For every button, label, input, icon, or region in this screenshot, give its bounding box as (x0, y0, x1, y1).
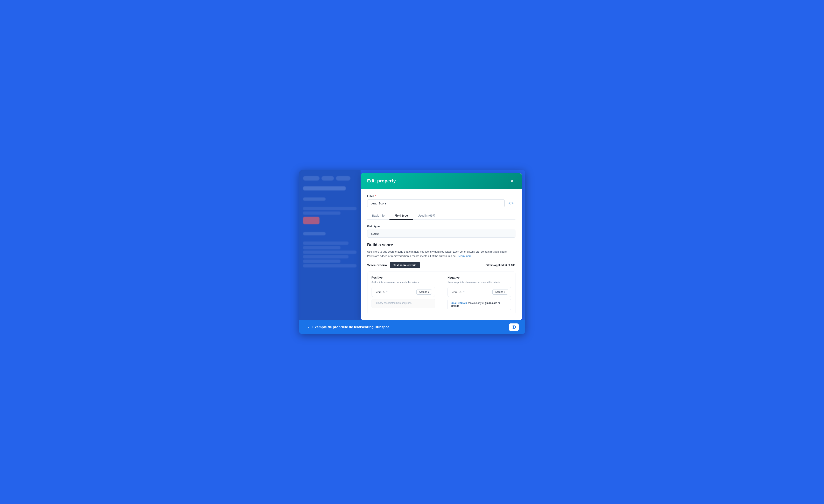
negative-criteria-column: Negative Remove points when a record mee… (443, 272, 515, 314)
positive-score-row: Score: 5 ✏ Actions ▾ (372, 287, 435, 297)
positive-score-edit-icon[interactable]: ✏ (386, 291, 388, 293)
bottom-bar-text: Exemple de propriété de leadscoring Hubs… (312, 325, 506, 329)
negative-description: Remove points when a record meets this c… (447, 280, 511, 284)
positive-score-label: Score: 5 ✏ (375, 291, 388, 294)
label-field-label: Label * (367, 195, 515, 198)
tab-basic-info[interactable]: Basic info (367, 212, 390, 220)
negative-actions-chevron-icon: ▾ (504, 291, 505, 293)
modal-body: Label * </> Basic info Field type Used i… (360, 189, 522, 320)
build-score-title: Build a score (367, 242, 515, 247)
modal-close-button[interactable]: × (509, 178, 515, 184)
bottom-bar-logo: !D (509, 323, 519, 331)
tab-field-type[interactable]: Field type (390, 212, 413, 220)
positive-actions-button[interactable]: Actions ▾ (416, 289, 432, 295)
code-icon-button[interactable]: </> (507, 200, 515, 206)
score-criteria-left: Score criteria Test score criteria (367, 262, 420, 268)
main-content-area: Edit property × Label * </> Basic info F… (299, 170, 525, 320)
bottom-bar-arrow-icon: → (305, 324, 310, 330)
outer-frame: Edit property × Label * </> Basic info F… (299, 170, 525, 334)
negative-score-label: Score: -5 ✏ (450, 291, 465, 294)
sidebar-background (299, 170, 360, 320)
edit-property-modal: Edit property × Label * </> Basic info F… (360, 173, 522, 320)
positive-criteria-column: Positive Add points when a record meets … (368, 272, 439, 314)
learn-more-link[interactable]: Learn more (458, 255, 472, 258)
required-marker: * (375, 195, 376, 198)
build-score-desc: Use filters to add score criteria that c… (367, 250, 515, 259)
tabs-row: Basic info Field type Used in (697) (367, 212, 515, 220)
field-type-label: Field type (367, 225, 515, 228)
criteria-columns: Positive Add points when a record meets … (367, 272, 515, 314)
negative-actions-button[interactable]: Actions ▾ (492, 289, 508, 295)
label-input[interactable] (367, 199, 505, 207)
positive-actions-chevron-icon: ▾ (428, 291, 429, 293)
bottom-bar: → Exemple de propriété de leadscoring Hu… (299, 320, 525, 334)
negative-title: Negative (447, 276, 511, 279)
negative-score-edit-icon[interactable]: ✏ (463, 291, 465, 293)
label-input-row: </> (367, 199, 515, 207)
modal-title: Edit property (367, 178, 396, 184)
gmxde-bold: gmx.de (450, 304, 459, 307)
negative-filter-row: Email Domain contains any of gmail.com o… (447, 299, 511, 310)
positive-description: Add points when a record meets this crit… (372, 280, 435, 284)
tab-used-in[interactable]: Used in (697) (413, 212, 440, 220)
field-type-value: Score (367, 229, 515, 237)
positive-filter-row: Primary associated Company has (372, 299, 435, 308)
filters-applied-label: Filters applied: 6 of 100 (486, 264, 515, 267)
negative-score-row: Score: -5 ✏ Actions ▾ (447, 287, 511, 297)
positive-title: Positive (372, 276, 435, 279)
test-score-criteria-button[interactable]: Test score criteria (390, 262, 420, 268)
score-criteria-row: Score criteria Test score criteria Filte… (367, 262, 515, 268)
modal-header: Edit property × (360, 173, 522, 189)
email-domain-highlight: Email Domain (450, 302, 467, 304)
gmail-bold: gmail.com (485, 302, 497, 304)
score-criteria-label: Score criteria (367, 263, 387, 267)
